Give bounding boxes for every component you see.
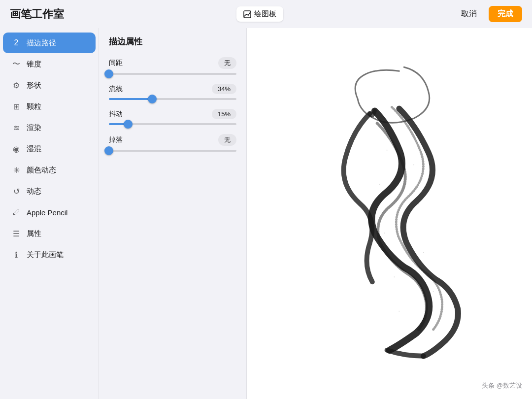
- prop-value-streamline: 34%: [212, 84, 236, 94]
- wet-mix-label: 湿混: [27, 144, 41, 154]
- taper-icon: 〜: [11, 59, 22, 69]
- about-icon: ℹ: [11, 249, 22, 260]
- svg-point-5: [384, 233, 385, 233]
- svg-point-8: [433, 291, 434, 292]
- slider-track-spacing[interactable]: [109, 73, 236, 75]
- dynamics-icon: ↺: [11, 186, 22, 197]
- sidebar-item-wet-mix[interactable]: ◉湿混: [3, 138, 96, 159]
- shape-label: 形状: [27, 81, 41, 90]
- drawing-board-label: 绘图板: [254, 9, 276, 19]
- svg-point-10: [421, 325, 422, 326]
- sidebar: 2描边路径〜锥度⚙形状⊞颗粒≋渲染◉湿混✳颜色动态↺动态🖊Apple Penci…: [0, 28, 99, 399]
- sidebar-item-color-dynamics[interactable]: ✳颜色动态: [3, 160, 96, 180]
- sidebar-item-dynamics[interactable]: ↺动态: [3, 181, 96, 201]
- properties-panel: 描边属性 间距无流线34%抖动15%掉落无: [99, 28, 246, 399]
- sidebar-item-apple-pencil[interactable]: 🖊Apple Pencil: [3, 202, 96, 223]
- wet-mix-icon: ◉: [11, 143, 22, 154]
- prop-label-streamline: 流线: [109, 85, 123, 94]
- prop-header-falloff: 掉落无: [109, 134, 236, 146]
- slider-track-falloff[interactable]: [109, 150, 236, 152]
- top-bar-actions: 取消 完成: [455, 6, 522, 22]
- prop-label-spacing: 间距: [109, 59, 123, 67]
- sidebar-item-taper[interactable]: 〜锥度: [3, 54, 96, 74]
- prop-label-falloff: 掉落: [109, 135, 123, 144]
- drawing-board-icon: [243, 10, 251, 18]
- slider-track-jitter[interactable]: [109, 123, 236, 125]
- watermark: 头条 @数艺设: [482, 381, 522, 390]
- grain-label: 颗粒: [27, 102, 41, 111]
- done-button[interactable]: 完成: [489, 6, 522, 22]
- slider-thumb-jitter[interactable]: [124, 120, 133, 129]
- prop-value-spacing: 无: [218, 57, 236, 69]
- taper-label: 锥度: [27, 60, 41, 69]
- render-icon: ≋: [11, 122, 22, 133]
- about-label: 关于此画笔: [27, 250, 64, 260]
- slider-track-streamline[interactable]: [109, 98, 236, 100]
- sidebar-item-about[interactable]: ℹ关于此画笔: [3, 244, 96, 265]
- svg-point-1: [387, 150, 388, 151]
- prop-header-spacing: 间距无: [109, 57, 236, 69]
- slider-thumb-falloff[interactable]: [104, 146, 113, 155]
- render-label: 渲染: [27, 123, 41, 133]
- sidebar-item-grain[interactable]: ⊞颗粒: [3, 96, 96, 117]
- slider-thumb-streamline[interactable]: [148, 95, 157, 103]
- slider-thumb-spacing[interactable]: [104, 69, 113, 78]
- svg-point-9: [399, 311, 399, 312]
- svg-point-3: [379, 184, 380, 185]
- prop-row-jitter: 抖动15%: [109, 109, 236, 125]
- svg-point-7: [394, 276, 395, 277]
- prop-value-jitter: 15%: [212, 109, 236, 119]
- sidebar-item-shape[interactable]: ⚙形状: [3, 75, 96, 96]
- apple-pencil-label: Apple Pencil: [27, 208, 67, 217]
- svg-point-2: [413, 164, 414, 165]
- slider-fill-streamline: [109, 98, 152, 100]
- svg-rect-0: [244, 11, 251, 18]
- prop-header-streamline: 流线34%: [109, 84, 236, 94]
- prop-label-jitter: 抖动: [109, 110, 123, 119]
- canvas-area[interactable]: 头条 @数艺设: [246, 28, 532, 399]
- cancel-button[interactable]: 取消: [455, 6, 483, 22]
- properties-label: 属性: [27, 229, 41, 238]
- color-dynamics-icon: ✳: [11, 165, 22, 175]
- app-title: 画笔工作室: [10, 7, 64, 22]
- svg-point-4: [418, 203, 419, 204]
- stroke-path-icon: 2: [11, 37, 22, 48]
- drawing-canvas: [247, 28, 532, 399]
- main-content: 2描边路径〜锥度⚙形状⊞颗粒≋渲染◉湿混✳颜色动态↺动态🖊Apple Penci…: [0, 28, 532, 399]
- stroke-path-label: 描边路径: [27, 38, 56, 48]
- properties-rows: 间距无流线34%抖动15%掉落无: [109, 57, 236, 152]
- top-bar: 画笔工作室 绘图板 取消 完成: [0, 0, 532, 28]
- drawing-board-button[interactable]: 绘图板: [236, 6, 283, 22]
- sidebar-item-stroke-path[interactable]: 2描边路径: [3, 33, 96, 53]
- top-bar-center: 绘图板: [236, 6, 283, 22]
- apple-pencil-icon: 🖊: [11, 207, 22, 218]
- prop-header-jitter: 抖动15%: [109, 109, 236, 119]
- shape-icon: ⚙: [11, 80, 22, 91]
- properties-icon: ☰: [11, 228, 22, 239]
- prop-value-falloff: 无: [218, 134, 236, 146]
- dynamics-label: 动态: [27, 187, 41, 196]
- prop-row-spacing: 间距无: [109, 57, 236, 75]
- svg-point-6: [423, 252, 424, 253]
- sidebar-item-render[interactable]: ≋渲染: [3, 117, 96, 138]
- sidebar-item-properties[interactable]: ☰属性: [3, 223, 96, 244]
- color-dynamics-label: 颜色动态: [27, 166, 56, 175]
- prop-row-streamline: 流线34%: [109, 84, 236, 100]
- grain-icon: ⊞: [11, 101, 22, 112]
- panel-title: 描边属性: [109, 36, 236, 47]
- prop-row-falloff: 掉落无: [109, 134, 236, 152]
